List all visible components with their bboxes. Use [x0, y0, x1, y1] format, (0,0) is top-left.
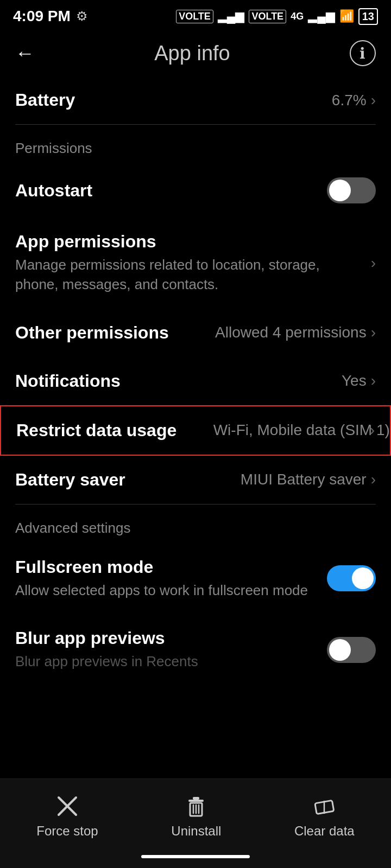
fullscreen-mode-subtitle: Allow selected apps to work in fullscree…: [15, 580, 327, 600]
blur-previews-subtitle: Blur app previews in Recents: [15, 652, 327, 671]
volte-2-icon: VOLTE: [249, 10, 286, 23]
clear-data-label: Clear data: [294, 824, 355, 839]
svg-rect-2: [188, 800, 204, 802]
signal-1-icon: ▂▄▆: [218, 9, 245, 23]
other-permissions-chevron: ›: [371, 324, 376, 341]
app-permissions-title: App permissions: [15, 232, 362, 252]
bottom-bar: Force stop Uninstall: [0, 778, 391, 868]
app-permissions-row[interactable]: App permissions Manage permissions relat…: [0, 218, 391, 309]
restrict-data-value: Wi-Fi, Mobile data (SIM 1), Mobile data …: [213, 422, 365, 439]
bottom-actions: Force stop Uninstall: [0, 779, 391, 850]
back-button[interactable]: ←: [15, 42, 35, 65]
other-permissions-title: Other permissions: [15, 323, 206, 343]
fullscreen-toggle-thumb: [352, 567, 374, 589]
clear-data-button[interactable]: Clear data: [294, 794, 355, 839]
force-stop-button[interactable]: Force stop: [36, 794, 98, 839]
blur-previews-row[interactable]: Blur app previews Blur app previews in R…: [0, 614, 391, 685]
battery-value: 6.7% ›: [332, 92, 376, 109]
notifications-row[interactable]: Notifications Yes ›: [0, 357, 391, 405]
settings-gear-icon: ⚙: [76, 9, 88, 24]
fullscreen-mode-title: Fullscreen mode: [15, 557, 327, 577]
battery-title: Battery: [15, 90, 323, 110]
status-time: 4:09 PM: [13, 8, 71, 25]
header: ← App info ℹ: [0, 30, 391, 76]
autostart-toggle-thumb: [329, 180, 351, 201]
force-stop-icon: [55, 794, 79, 818]
fullscreen-toggle[interactable]: [327, 565, 376, 591]
restrict-data-title: Restrict data usage: [16, 420, 205, 441]
info-icon: ℹ: [360, 44, 365, 62]
fullscreen-mode-row[interactable]: Fullscreen mode Allow selected apps to w…: [0, 543, 391, 614]
wifi-icon: 📶: [339, 9, 354, 23]
app-permissions-chevron: ›: [371, 254, 376, 272]
restrict-data-row[interactable]: Restrict data usage Wi-Fi, Mobile data (…: [0, 405, 391, 456]
restrict-data-chevron: ›: [370, 422, 375, 439]
home-indicator: [141, 855, 250, 858]
autostart-toggle[interactable]: [327, 177, 376, 203]
battery-saver-title: Battery saver: [15, 470, 232, 490]
app-permissions-subtitle: Manage permissions related to location, …: [15, 255, 362, 295]
battery-row[interactable]: Battery 6.7% ›: [0, 76, 391, 124]
blur-previews-toggle-thumb: [329, 639, 351, 661]
uninstall-button[interactable]: Uninstall: [171, 794, 221, 839]
blur-previews-title: Blur app previews: [15, 628, 327, 648]
permissions-label: Permissions: [0, 125, 391, 163]
signal-2-icon: ▂▄▆: [308, 9, 335, 23]
notifications-value: Yes: [342, 372, 367, 390]
other-permissions-row[interactable]: Other permissions Allowed 4 permissions …: [0, 309, 391, 357]
force-stop-label: Force stop: [36, 824, 98, 839]
battery-indicator: 13: [358, 8, 378, 25]
other-permissions-value: Allowed 4 permissions: [215, 324, 367, 341]
autostart-title: Autostart: [15, 181, 327, 201]
volte-icon: VOLTE: [176, 10, 213, 23]
uninstall-icon: [184, 794, 208, 818]
clear-data-icon: [312, 794, 336, 818]
4g-icon: 4G: [291, 11, 304, 22]
status-bar: 4:09 PM ⚙ VOLTE ▂▄▆ VOLTE 4G ▂▄▆ 📶 13: [0, 0, 391, 30]
battery-saver-row[interactable]: Battery saver MIUI Battery saver ›: [0, 456, 391, 504]
page-title: App info: [154, 42, 230, 65]
advanced-settings-label: Advanced settings: [0, 505, 391, 543]
battery-saver-value: MIUI Battery saver: [241, 471, 367, 488]
autostart-row[interactable]: Autostart: [0, 163, 391, 218]
blur-previews-toggle[interactable]: [327, 637, 376, 663]
battery-chevron: ›: [371, 92, 376, 109]
status-right: VOLTE ▂▄▆ VOLTE 4G ▂▄▆ 📶 13: [176, 8, 378, 25]
info-button[interactable]: ℹ: [350, 40, 376, 66]
notifications-chevron: ›: [371, 372, 376, 390]
uninstall-label: Uninstall: [171, 824, 221, 839]
svg-rect-3: [193, 797, 199, 800]
battery-saver-chevron: ›: [371, 471, 376, 488]
status-left: 4:09 PM ⚙: [13, 8, 88, 25]
notifications-title: Notifications: [15, 371, 333, 391]
